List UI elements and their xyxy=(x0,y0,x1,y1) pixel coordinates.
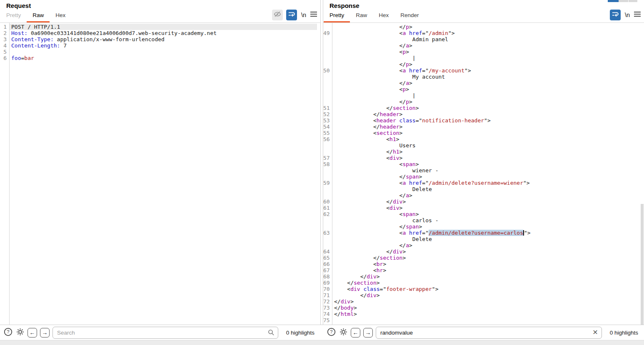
arrow-left-icon: ← xyxy=(353,329,359,336)
tab-raw[interactable]: Raw xyxy=(27,9,50,22)
code-line[interactable]: 64 </div> xyxy=(323,248,644,255)
request-editor[interactable]: 1POST / HTTP/1.12Host: 0a6900ec033141d08… xyxy=(0,22,320,325)
line-content: Delete xyxy=(332,236,641,242)
request-menu-button[interactable] xyxy=(310,11,317,19)
line-content: Delete xyxy=(332,186,641,192)
code-line[interactable]: </p> xyxy=(323,61,644,67)
search-next-button[interactable]: → xyxy=(363,328,373,338)
code-line[interactable]: 74</html> xyxy=(323,311,644,317)
code-line[interactable]: Admin panel xyxy=(323,36,644,42)
code-line[interactable]: 52 </header> xyxy=(323,111,644,117)
search-settings-button[interactable] xyxy=(339,328,348,337)
line-content: My account xyxy=(332,74,641,80)
code-line[interactable]: 61 <div> xyxy=(323,205,644,211)
code-line[interactable]: <p> xyxy=(323,49,644,55)
code-line[interactable]: 71 </div> xyxy=(323,292,644,298)
code-line[interactable]: <p> xyxy=(323,86,644,92)
search-prev-button[interactable]: ← xyxy=(351,328,360,338)
code-line[interactable]: 5 xyxy=(0,49,320,55)
code-line[interactable]: wiener - xyxy=(323,167,644,174)
code-line[interactable]: 62 <span> xyxy=(323,211,644,217)
code-line[interactable]: </h1> xyxy=(323,149,644,155)
help-button[interactable]: ? xyxy=(3,328,12,337)
code-line[interactable]: 57 <div> xyxy=(323,155,644,161)
code-line[interactable]: Delete xyxy=(323,236,644,242)
message-editors: Request PrettyRawHex xyxy=(0,0,644,325)
response-search-wrap: ✕ xyxy=(376,327,602,339)
line-number: 68 xyxy=(323,273,329,280)
tab-render[interactable]: Render xyxy=(394,9,424,22)
code-line[interactable]: My account xyxy=(323,74,644,80)
code-line[interactable]: 53 <header class="notification-header"> xyxy=(323,117,644,124)
code-line[interactable]: 60 </div> xyxy=(323,199,644,205)
code-line[interactable]: </span> xyxy=(323,223,644,230)
line-number xyxy=(323,92,329,99)
code-line[interactable]: 70 <div class="footer-wrapper"> xyxy=(323,286,644,292)
search-prev-button[interactable]: ← xyxy=(27,328,37,338)
code-line[interactable]: </a> xyxy=(323,80,644,86)
code-line[interactable]: 59 <a href="/admin/delete?username=wiene… xyxy=(323,180,644,186)
code-line[interactable]: </p> xyxy=(323,99,644,105)
response-editor[interactable]: </p>49 <a href="/admin"> Admin panel </a… xyxy=(323,22,644,325)
code-line[interactable]: 66 <br> xyxy=(323,261,644,267)
code-line[interactable]: 63 <a href="/admin/delete?username=carlo… xyxy=(323,230,644,236)
code-line[interactable]: </a> xyxy=(323,242,644,248)
clear-search-icon[interactable]: ✕ xyxy=(592,329,598,336)
code-line[interactable]: 68 </div> xyxy=(323,273,644,280)
code-line[interactable]: 50 <a href="/my-account"> xyxy=(323,67,644,74)
response-search-input[interactable] xyxy=(376,327,602,339)
soft-wrap-button[interactable] xyxy=(610,10,621,20)
code-line[interactable]: 1POST / HTTP/1.1 xyxy=(0,24,320,30)
code-line[interactable]: 73</body> xyxy=(323,305,644,311)
tab-hex[interactable]: Hex xyxy=(50,9,71,22)
panel-splitter[interactable] xyxy=(320,0,323,325)
code-line[interactable]: 49 <a href="/admin"> xyxy=(323,30,644,36)
line-number xyxy=(323,174,329,180)
code-line[interactable]: </span> xyxy=(323,174,644,180)
code-line[interactable]: 4Content-Length: 7 xyxy=(0,42,320,49)
code-line[interactable]: Users xyxy=(323,142,644,149)
tab-pretty[interactable]: Pretty xyxy=(0,9,27,22)
line-number xyxy=(323,42,329,49)
code-line[interactable]: | xyxy=(323,55,644,61)
code-line[interactable]: 75 xyxy=(323,317,644,323)
code-line[interactable]: 51 </section> xyxy=(323,105,644,111)
line-number: 57 xyxy=(323,155,329,161)
line-number: 58 xyxy=(323,161,329,167)
code-line[interactable]: 3Content-Type: application/x-www-form-ur… xyxy=(0,36,320,42)
tab-hex[interactable]: Hex xyxy=(373,9,394,22)
vertical-scrollbar-thumb[interactable] xyxy=(641,204,644,325)
request-search-input[interactable] xyxy=(52,327,278,339)
soft-wrap-button[interactable] xyxy=(286,10,297,20)
newline-toggle-button[interactable]: \n xyxy=(300,12,307,18)
code-line[interactable]: 69 </section> xyxy=(323,280,644,286)
hide-eye-button[interactable] xyxy=(272,10,283,20)
code-line[interactable]: 2Host: 0a6900ec033141d080ee21a4006d00d7.… xyxy=(0,30,320,36)
tab-pretty[interactable]: Pretty xyxy=(324,9,350,22)
line-content: Content-Type: application/x-www-form-url… xyxy=(9,36,317,42)
line-number: 60 xyxy=(323,199,329,205)
line-number: 61 xyxy=(323,205,329,211)
code-line[interactable]: 67 <hr> xyxy=(323,267,644,273)
code-line[interactable]: </p> xyxy=(323,24,644,30)
newline-toggle-button[interactable]: \n xyxy=(624,12,631,18)
code-line[interactable]: Delete xyxy=(323,186,644,192)
code-line[interactable]: 6foo=bar xyxy=(0,55,320,61)
code-line[interactable]: 55 <section> xyxy=(323,130,644,136)
code-line[interactable]: 58 <span> xyxy=(323,161,644,167)
code-line[interactable]: 54 </header> xyxy=(323,124,644,130)
code-line[interactable]: 72</div> xyxy=(323,298,644,305)
search-next-button[interactable]: → xyxy=(40,328,50,338)
code-line[interactable]: carlos - xyxy=(323,217,644,223)
line-content: </div> xyxy=(332,298,641,305)
code-line[interactable]: 65 </section> xyxy=(323,255,644,261)
code-line[interactable]: 56 <h1> xyxy=(323,136,644,142)
search-settings-button[interactable] xyxy=(15,328,25,337)
request-panel: Request PrettyRawHex xyxy=(0,0,320,325)
help-button[interactable]: ? xyxy=(327,328,336,337)
response-menu-button[interactable] xyxy=(634,11,641,19)
code-line[interactable]: </a> xyxy=(323,192,644,199)
tab-raw[interactable]: Raw xyxy=(350,9,373,22)
code-line[interactable]: | xyxy=(323,92,644,99)
code-line[interactable]: </a> xyxy=(323,42,644,49)
